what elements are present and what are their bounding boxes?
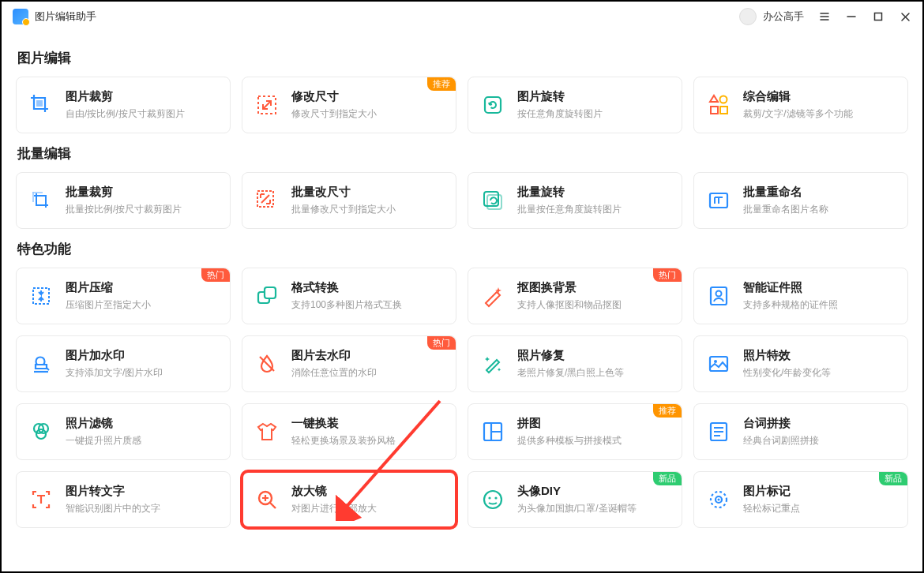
feature-card-effects[interactable]: 照片特效 性别变化/年龄变化等: [693, 335, 908, 392]
card-desc: 修改尺寸到指定大小: [291, 107, 377, 121]
filter-icon: [28, 418, 54, 445]
card-desc: 支持人像抠图和物品抠图: [517, 298, 622, 312]
sparkle-icon: [479, 350, 506, 377]
feature-card-watermark[interactable]: 图片加水印 支持添加文字/图片水印: [16, 335, 231, 392]
script-icon: [705, 418, 732, 445]
card-desc: 批量修改尺寸到指定大小: [291, 203, 396, 216]
feature-card-idphoto[interactable]: 智能证件照 支持多种规格的证件照: [693, 268, 908, 324]
card-text: 台词拼接 经典台词剧照拼接: [743, 416, 819, 448]
feature-card-script[interactable]: 台词拼接 经典台词剧照拼接: [693, 403, 908, 460]
card-title: 批量裁剪: [66, 185, 182, 200]
svg-rect-6: [720, 107, 727, 114]
card-title: 台词拼接: [743, 416, 819, 431]
card-title: 图片加水印: [66, 348, 163, 363]
card-desc: 裁剪/文字/滤镜等多个功能: [743, 107, 853, 121]
rotate-icon: [479, 92, 506, 118]
titlebar: 图片编辑助手 办公高手: [2, 2, 922, 32]
card-text: 智能证件照 支持多种规格的证件照: [743, 280, 838, 312]
feature-card-collage[interactable]: 推荐 拼图 提供多种模板与拼接模式: [468, 403, 682, 460]
stamp-icon: [28, 350, 54, 377]
convert-icon: [254, 283, 280, 309]
resize-icon: [254, 92, 280, 118]
badge-hot: 热门: [427, 336, 456, 350]
feature-card-magnify[interactable]: 放大镜 对图片进行局部放大: [242, 471, 456, 528]
card-desc: 老照片修复/黑白照上色等: [517, 366, 624, 380]
feature-card-batch-rename[interactable]: 批量重命名 批量重命名图片名称: [693, 172, 908, 229]
card-desc: 性别变化/年龄变化等: [743, 366, 831, 380]
card-text: 修改尺寸 修改尺寸到指定大小: [291, 89, 377, 121]
menu-button[interactable]: [818, 10, 831, 23]
card-desc: 提供多种模板与拼接模式: [517, 434, 622, 448]
card-title: 智能证件照: [743, 280, 838, 295]
svg-point-26: [494, 496, 497, 499]
feature-card-batch-crop[interactable]: 批量裁剪 批量按比例/按尺寸裁剪图片: [16, 172, 231, 229]
maximize-button[interactable]: [872, 10, 885, 23]
card-text: 批量旋转 批量按任意角度旋转图片: [517, 185, 622, 216]
card-text: 图片去水印 消除任意位置的水印: [291, 348, 377, 380]
badge-new: 新品: [879, 472, 907, 485]
svg-point-29: [718, 499, 720, 501]
card-desc: 批量按比例/按尺寸裁剪图片: [66, 203, 182, 216]
card-desc: 自由/按比例/按尺寸裁剪图片: [66, 107, 185, 121]
svg-point-25: [488, 496, 490, 499]
feature-card-cutout[interactable]: 热门 抠图换背景 支持人像抠图和物品抠图: [468, 268, 682, 324]
card-text: 格式转换 支持100多种图片格式互换: [291, 280, 402, 312]
card-text: 照片修复 老照片修复/黑白照上色等: [517, 348, 624, 380]
card-title: 批量重命名: [743, 185, 828, 200]
badge-recommend: 推荐: [653, 404, 682, 418]
card-title: 放大镜: [291, 484, 377, 499]
feature-card-resize[interactable]: 推荐 修改尺寸 修改尺寸到指定大小: [242, 77, 456, 133]
feature-card-rotate[interactable]: 图片旋转 按任意角度旋转图片: [468, 77, 682, 133]
card-desc: 消除任意位置的水印: [291, 366, 377, 380]
svg-point-4: [720, 96, 727, 103]
feature-card-restore[interactable]: 照片修复 老照片修复/黑白照上色等: [468, 335, 682, 392]
feature-card-crop[interactable]: 图片裁剪 自由/按比例/按尺寸裁剪图片: [16, 77, 231, 133]
card-title: 一键换装: [291, 416, 396, 431]
card-text: 拼图 提供多种模板与拼接模式: [517, 416, 622, 448]
section-title: 特色功能: [17, 240, 908, 258]
card-text: 一键换装 轻松更换场景及装扮风格: [291, 416, 396, 448]
feature-card-batch-rotate[interactable]: 批量旋转 批量按任意角度旋转图片: [468, 172, 682, 229]
feature-card-avatar-diy[interactable]: 新品 头像DIY 为头像加国旗/口罩/圣诞帽等: [468, 471, 682, 528]
card-title: 图片转文字: [66, 484, 160, 499]
svg-point-15: [716, 291, 722, 297]
collage-icon: [479, 418, 506, 445]
card-text: 头像DIY 为头像加国旗/口罩/圣诞帽等: [517, 484, 637, 515]
card-title: 头像DIY: [517, 484, 637, 499]
user-block[interactable]: 办公高手: [739, 8, 804, 25]
card-title: 修改尺寸: [291, 89, 377, 104]
card-desc: 按任意角度旋转图片: [517, 107, 603, 121]
card-text: 批量改尺寸 批量修改尺寸到指定大小: [291, 185, 396, 216]
card-text: 图片标记 轻松标记重点: [743, 484, 800, 515]
feature-card-filter[interactable]: 照片滤镜 一键提升照片质感: [16, 403, 231, 460]
card-desc: 为头像加国旗/口罩/圣诞帽等: [517, 502, 637, 515]
feature-card-convert[interactable]: 格式转换 支持100多种图片格式互换: [242, 268, 456, 324]
badge-hot: 热门: [653, 268, 682, 282]
compress-icon: [28, 283, 54, 309]
card-title: 图片旋转: [517, 89, 603, 104]
idphoto-icon: [705, 283, 732, 309]
minimize-button[interactable]: [845, 10, 858, 23]
feature-card-annotate[interactable]: 新品 图片标记 轻松标记重点: [693, 471, 908, 528]
tshirt-icon: [254, 418, 280, 445]
card-desc: 支持100多种图片格式互换: [291, 298, 402, 312]
card-title: 照片修复: [517, 348, 624, 363]
card-text: 照片滤镜 一键提升照片质感: [66, 416, 141, 448]
section-title: 批量编辑: [17, 144, 908, 163]
section-title: 图片编辑: [17, 49, 908, 67]
feature-card-compress[interactable]: 热门 图片压缩 压缩图片至指定大小: [16, 268, 231, 324]
card-title: 图片压缩: [66, 280, 151, 295]
close-button[interactable]: [899, 10, 911, 23]
feature-card-batch-resize[interactable]: 批量改尺寸 批量修改尺寸到指定大小: [242, 172, 456, 229]
feature-card-combo[interactable]: 综合编辑 裁剪/文字/滤镜等多个功能: [693, 77, 908, 133]
feature-card-dress[interactable]: 一键换装 轻松更换场景及装扮风格: [242, 403, 456, 460]
drop-icon: [254, 350, 280, 377]
card-title: 拼图: [517, 416, 622, 431]
card-title: 照片特效: [743, 348, 831, 363]
batch-resize-icon: [254, 187, 280, 214]
card-title: 抠图换背景: [517, 280, 622, 295]
svg-point-17: [714, 360, 717, 363]
feature-card-remove-wm[interactable]: 热门 图片去水印 消除任意位置的水印: [242, 335, 456, 392]
feature-card-ocr[interactable]: 图片转文字 智能识别图片中的文字: [16, 471, 231, 528]
app-logo-icon: [13, 9, 28, 24]
